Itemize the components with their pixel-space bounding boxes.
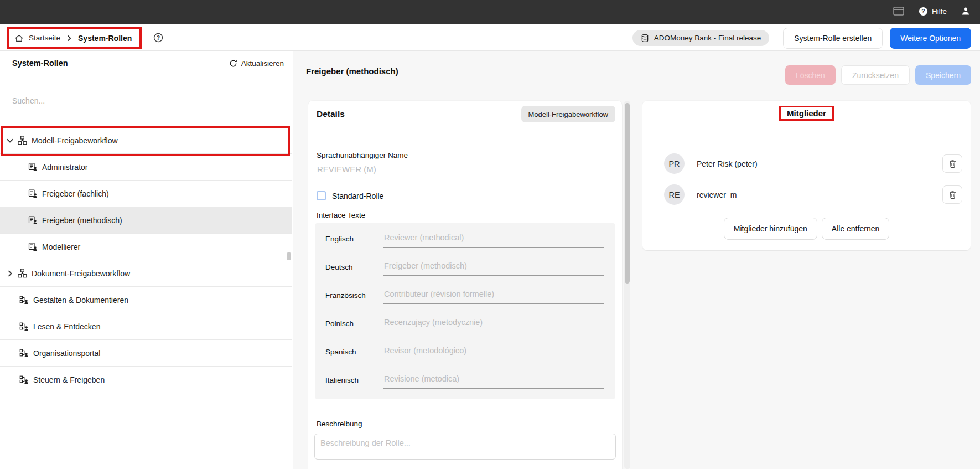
repository-chip-label: ADOMoney Bank - Final release <box>654 34 761 42</box>
org-role-icon <box>19 322 29 331</box>
database-icon <box>641 34 649 43</box>
header: Startseite System-Rollen ? ADOMoney Bank… <box>0 24 980 51</box>
standard-role-checkbox[interactable] <box>317 191 326 200</box>
details-scrollbar-thumb[interactable] <box>625 103 630 284</box>
language-input-französisch[interactable] <box>383 287 604 304</box>
avatar: PR <box>664 153 685 174</box>
member-name: Peter Risk (peter) <box>697 159 758 168</box>
member-row-reviewer-m: REreviewer_m <box>651 179 962 210</box>
details-heading: Details <box>317 109 345 119</box>
svg-text:?: ? <box>157 34 160 41</box>
tree-item-freigeber-methodisch[interactable]: Freigeber (methodisch) <box>0 207 292 234</box>
tree-item-label: Freigeber (fachlich) <box>42 189 109 198</box>
tree-item-administrator[interactable]: Administrator <box>0 154 292 181</box>
language-independent-name-input[interactable] <box>317 162 614 179</box>
description-label: Beschreibung <box>317 420 362 428</box>
language-input-deutsch[interactable] <box>383 259 604 276</box>
refresh-label: Aktualisieren <box>241 59 284 68</box>
language-row-englisch: Englisch <box>315 225 615 253</box>
details-card: Details Modell-Freigabeworkflow Sprachun… <box>308 101 622 469</box>
tree-item-label: Dokument-Freigabeworkflow <box>32 269 130 278</box>
language-label: Polnisch <box>325 319 383 328</box>
member-row-peter-risk-peter: PRPeter Risk (peter) <box>651 148 962 179</box>
language-row-spanisch: Spanisch <box>315 338 615 366</box>
language-label: Deutsch <box>325 263 383 271</box>
topbar: ? Hilfe <box>0 0 980 24</box>
svg-text:?: ? <box>921 8 925 14</box>
app-root: ? Hilfe Startseite System-Rollen <box>0 0 980 469</box>
sidebar-search <box>11 93 283 109</box>
language-input-italienisch[interactable] <box>383 372 604 389</box>
chevron-right-icon[interactable] <box>6 269 15 278</box>
topbar-actions: ? Hilfe <box>893 0 970 22</box>
avatar: RE <box>664 184 685 205</box>
page-help-icon[interactable]: ? <box>153 33 163 45</box>
role-icon <box>28 242 38 251</box>
description-textarea[interactable] <box>314 434 616 460</box>
language-label: Spanisch <box>325 348 383 356</box>
breadcrumb-current: System-Rollen <box>78 34 132 43</box>
tree-item-modell-freigabeworkflow[interactable]: Modell-Freigabeworkflow <box>0 127 292 154</box>
language-label: Englisch <box>325 235 383 243</box>
user-icon[interactable] <box>961 7 970 16</box>
home-icon[interactable] <box>14 34 24 43</box>
tree-item-label: Steuern & Freigeben <box>33 375 105 384</box>
role-icon <box>28 162 38 172</box>
tree-item-lesen-entdecken[interactable]: Lesen & Entdecken <box>0 313 292 340</box>
breadcrumb: Startseite System-Rollen <box>7 27 142 49</box>
org-role-icon <box>19 375 29 384</box>
tree-item-label: Modell-Freigabeworkflow <box>32 136 118 145</box>
refresh-icon <box>229 59 237 68</box>
language-input-englisch[interactable] <box>383 231 604 248</box>
role-icon <box>28 189 38 198</box>
save-button[interactable]: Speichern <box>915 65 971 85</box>
remove-member-button[interactable] <box>942 154 962 173</box>
create-system-role-button[interactable]: System-Rolle erstellen <box>783 28 883 49</box>
main-panel: Freigeber (methodisch) Löschen Zurückset… <box>293 51 980 469</box>
tree-item-label: Administrator <box>42 163 87 172</box>
help-menu[interactable]: ? Hilfe <box>919 7 947 16</box>
interface-texts-label: Interface Texte <box>317 211 365 219</box>
delete-button[interactable]: Löschen <box>785 65 836 85</box>
tree-item-label: Modellierer <box>42 243 80 251</box>
remove-all-members-button[interactable]: Alle entfernen <box>822 218 889 240</box>
org-role-icon <box>19 295 29 305</box>
workflow-icon <box>18 136 27 145</box>
tree-item-organisationsportal[interactable]: Organisationsportal <box>0 340 292 367</box>
breadcrumb-chevron-icon <box>65 34 73 42</box>
language-row-polnisch: Polnisch <box>315 310 615 338</box>
language-row-italienisch: Italienisch <box>315 366 615 394</box>
header-actions: ADOMoney Bank - Final release System-Rol… <box>632 27 971 49</box>
more-options-button[interactable]: Weitere Optionen <box>890 28 971 49</box>
reset-button[interactable]: Zurücksetzen <box>841 65 910 85</box>
add-members-button[interactable]: Mitglieder hinzufügen <box>724 218 817 240</box>
org-role-icon <box>19 348 29 358</box>
sidebar-title: System-Rollen <box>12 59 68 68</box>
workflow-chip: Modell-Freigabeworkflow <box>521 106 616 122</box>
language-input-polnisch[interactable] <box>383 316 604 332</box>
tree-item-freigeber-fachlich[interactable]: Freigeber (fachlich) <box>0 181 292 207</box>
chevron-down-icon[interactable] <box>6 136 15 145</box>
trash-icon <box>948 190 957 199</box>
sidebar-header: System-Rollen Aktualisieren <box>12 59 284 68</box>
tree-item-label: Lesen & Entdecken <box>33 322 100 331</box>
sidebar: System-Rollen Aktualisieren Modell-Freig… <box>0 51 292 469</box>
role-icon <box>28 215 38 225</box>
members-list: PRPeter Risk (peter)REreviewer_m <box>651 148 962 210</box>
tree-item-gestalten-dokumentieren[interactable]: Gestalten & Dokumentieren <box>0 287 292 313</box>
remove-member-button[interactable] <box>942 185 962 204</box>
search-input[interactable] <box>11 93 283 109</box>
language-input-spanisch[interactable] <box>383 344 604 360</box>
breadcrumb-startseite[interactable]: Startseite <box>29 34 60 42</box>
tree-item-modellierer[interactable]: Modellierer <box>0 234 292 260</box>
window-icon[interactable] <box>893 7 904 16</box>
language-row-deutsch: Deutsch <box>315 253 615 281</box>
interface-texts-section: EnglischDeutschFranzösischPolnischSpanis… <box>315 223 615 399</box>
tree-item-label: Gestalten & Dokumentieren <box>33 296 128 305</box>
tree-item-dokument-freigabeworkflow[interactable]: Dokument-Freigabeworkflow <box>0 260 292 287</box>
details-scrollbar-track[interactable] <box>624 101 630 469</box>
tree-item-steuern-freigeben[interactable]: Steuern & Freigeben <box>0 367 292 393</box>
repository-chip[interactable]: ADOMoney Bank - Final release <box>632 30 770 46</box>
refresh-button[interactable]: Aktualisieren <box>229 59 284 68</box>
tree-item-label: Freigeber (methodisch) <box>42 216 122 225</box>
